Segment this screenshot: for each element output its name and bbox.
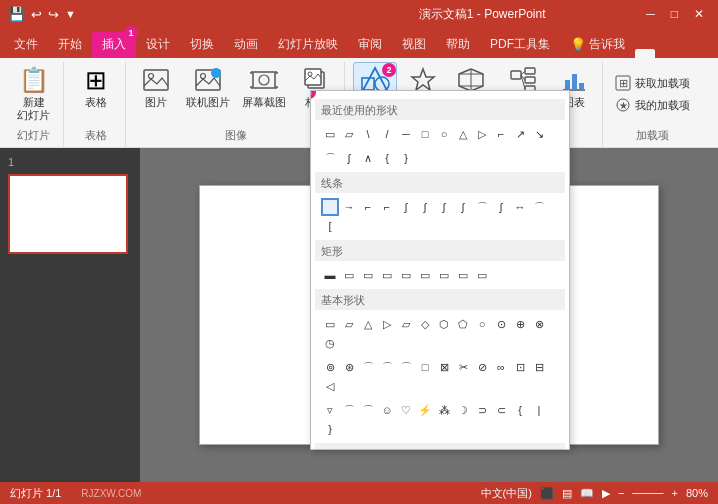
tab-home[interactable]: 开始 <box>48 32 92 58</box>
shape-b19[interactable]: □ <box>416 358 434 376</box>
tab-transition[interactable]: 切换 <box>180 32 224 58</box>
shape-r2[interactable]: ▭ <box>340 266 358 284</box>
shape-line1[interactable]: \ <box>359 125 377 143</box>
shape-b14[interactable]: ⊚ <box>321 358 339 376</box>
shape-b34[interactable]: ☽ <box>454 401 472 419</box>
customize-icon[interactable]: ▼ <box>65 8 76 20</box>
view-slideshow-icon[interactable]: ▶ <box>602 487 610 500</box>
shape-tri[interactable]: △ <box>454 125 472 143</box>
shape-elbow[interactable]: ⌒ <box>530 198 548 216</box>
save-icon[interactable]: 💾 <box>8 6 25 22</box>
new-slide-button[interactable]: 📋 新建幻灯片 <box>12 62 56 124</box>
shape-r5[interactable]: ▭ <box>397 266 415 284</box>
close-button[interactable]: ✕ <box>688 7 710 21</box>
redo-icon[interactable]: ↪ <box>48 7 59 22</box>
shape-b39[interactable]: } <box>321 420 339 438</box>
shape-curve4[interactable]: ∫ <box>435 198 453 216</box>
shape-b30[interactable]: ☺ <box>378 401 396 419</box>
tab-file[interactable]: 文件 <box>4 32 48 58</box>
shape-line-straight[interactable]: 3 <box>321 198 339 216</box>
shape-double-arrow[interactable]: ↔ <box>511 198 529 216</box>
view-reading-icon[interactable]: 📖 <box>580 487 594 500</box>
restore-button[interactable]: □ <box>665 7 684 21</box>
shape-curve3[interactable]: ∫ <box>416 198 434 216</box>
online-pic-button[interactable]: 🌐 联机图片 <box>182 62 234 111</box>
shape-b23[interactable]: ∞ <box>492 358 510 376</box>
shape-b22[interactable]: ⊘ <box>473 358 491 376</box>
shape-line3[interactable]: ─ <box>397 125 415 143</box>
shape-arrow-r[interactable]: ▷ <box>473 125 491 143</box>
shape-arc[interactable]: ⌒ <box>321 149 339 167</box>
undo-icon[interactable]: ↩ <box>31 7 42 22</box>
shape-curve[interactable]: ∫ <box>340 149 358 167</box>
shape-arrow-dr[interactable]: ↘ <box>530 125 548 143</box>
shape-freeform[interactable]: ∫ <box>454 198 472 216</box>
shape-b1[interactable]: ▭ <box>321 315 339 333</box>
view-normal-icon[interactable]: ⬛ <box>540 487 554 500</box>
shape-r1[interactable]: ▬ <box>321 266 339 284</box>
tab-tellme[interactable]: 💡 告诉我 <box>560 32 635 58</box>
shape-b21[interactable]: ✂ <box>454 358 472 376</box>
shape-b18[interactable]: ⌒ <box>397 358 415 376</box>
shape-b31[interactable]: ♡ <box>397 401 415 419</box>
shape-b38[interactable]: | <box>530 401 548 419</box>
shape-b24[interactable]: ⊡ <box>511 358 529 376</box>
tab-animation[interactable]: 动画 <box>224 32 268 58</box>
shape-rect2[interactable]: ▱ <box>340 125 358 143</box>
shape-brace2[interactable]: } <box>397 149 415 167</box>
shape-b35[interactable]: ⊃ <box>473 401 491 419</box>
slide-thumbnail[interactable] <box>8 174 128 254</box>
tab-slideshow[interactable]: 幻灯片放映 <box>268 32 348 58</box>
table-button[interactable]: ⊞ 表格 <box>74 62 118 111</box>
shape-b11[interactable]: ⊕ <box>511 315 529 333</box>
shape-b10[interactable]: ⊙ <box>492 315 510 333</box>
shape-b9[interactable]: ○ <box>473 315 491 333</box>
shape-b3[interactable]: △ <box>359 315 377 333</box>
shape-r3[interactable]: ▭ <box>359 266 377 284</box>
shape-b5[interactable]: ▱ <box>397 315 415 333</box>
shape-r6[interactable]: ▭ <box>416 266 434 284</box>
shape-b36[interactable]: ⊂ <box>492 401 510 419</box>
shape-b32[interactable]: ⚡ <box>416 401 434 419</box>
picture-button[interactable]: 图片 <box>134 62 178 111</box>
shape-bend[interactable]: ⌐ <box>492 125 510 143</box>
screenshot-button[interactable]: 屏幕截图 <box>238 62 290 111</box>
shape-b25[interactable]: ⊟ <box>530 358 548 376</box>
shape-line2[interactable]: / <box>378 125 396 143</box>
shape-b16[interactable]: ⌒ <box>359 358 377 376</box>
shape-b4[interactable]: ▷ <box>378 315 396 333</box>
zoom-slider[interactable]: ──── <box>632 487 663 499</box>
shape-b8[interactable]: ⬠ <box>454 315 472 333</box>
my-addin-button[interactable]: ★ 我的加载项 <box>611 95 694 115</box>
shape-brace[interactable]: { <box>378 149 396 167</box>
shape-arc2[interactable]: ⌒ <box>473 198 491 216</box>
shape-rect1[interactable]: ▭ <box>321 125 339 143</box>
tab-review[interactable]: 审阅 <box>348 32 392 58</box>
tab-help[interactable]: 帮助 <box>436 32 480 58</box>
shape-connector1[interactable]: ⌐ <box>359 198 377 216</box>
shape-bracket[interactable]: [ <box>321 217 339 235</box>
get-addin-button[interactable]: ⊞ 获取加载项 <box>611 73 694 93</box>
shape-sq[interactable]: □ <box>416 125 434 143</box>
shape-r7[interactable]: ▭ <box>435 266 453 284</box>
shape-arrow-ur[interactable]: ↗ <box>511 125 529 143</box>
view-slide-icon[interactable]: ▤ <box>562 487 572 500</box>
shape-scribble[interactable]: ∫ <box>492 198 510 216</box>
shape-b20[interactable]: ⊠ <box>435 358 453 376</box>
shape-curve2[interactable]: ∫ <box>397 198 415 216</box>
shape-wave[interactable]: ∧ <box>359 149 377 167</box>
shape-r4[interactable]: ▭ <box>378 266 396 284</box>
shape-b27[interactable]: ▿ <box>321 401 339 419</box>
shape-b29[interactable]: ⌒ <box>359 401 377 419</box>
shape-b2[interactable]: ▱ <box>340 315 358 333</box>
shape-connector2[interactable]: ⌐ <box>378 198 396 216</box>
shape-b28[interactable]: ⌒ <box>340 401 358 419</box>
zoom-in-icon[interactable]: + <box>672 487 678 499</box>
shape-r9[interactable]: ▭ <box>473 266 491 284</box>
tab-view[interactable]: 视图 <box>392 32 436 58</box>
shape-b12[interactable]: ⊗ <box>530 315 548 333</box>
tab-pdf[interactable]: PDF工具集 <box>480 32 560 58</box>
shape-b6[interactable]: ◇ <box>416 315 434 333</box>
shape-b15[interactable]: ⊛ <box>340 358 358 376</box>
shape-r8[interactable]: ▭ <box>454 266 472 284</box>
